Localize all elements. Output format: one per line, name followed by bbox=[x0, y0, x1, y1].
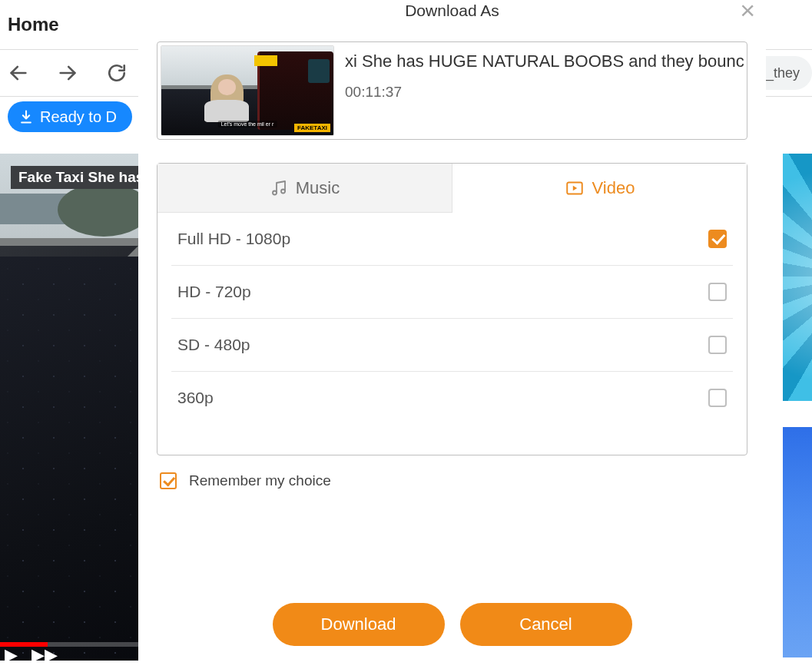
quality-checkbox[interactable] bbox=[708, 389, 727, 407]
quality-row[interactable]: 360p bbox=[171, 372, 733, 424]
quality-row[interactable]: HD - 720p bbox=[171, 266, 733, 319]
music-icon bbox=[270, 179, 288, 197]
quality-row[interactable]: Full HD - 1080p bbox=[171, 213, 733, 266]
download-arrow-icon bbox=[18, 109, 34, 124]
player-controls: ▶ ▶▶ bbox=[5, 645, 58, 665]
url-fragment: l_they bbox=[763, 65, 800, 81]
remember-checkbox[interactable] bbox=[160, 472, 177, 489]
quality-label: HD - 720p bbox=[177, 283, 251, 301]
sidebar-ad-2[interactable] bbox=[783, 427, 812, 657]
svg-marker-5 bbox=[572, 186, 576, 191]
quality-checkbox[interactable] bbox=[708, 336, 727, 354]
svg-point-3 bbox=[281, 189, 285, 193]
modal-actions: Download Cancel bbox=[138, 603, 766, 646]
format-panel: Music Video Full HD - 1080pHD - 720pSD -… bbox=[157, 163, 747, 455]
video-icon bbox=[565, 178, 585, 198]
quality-label: Full HD - 1080p bbox=[177, 230, 290, 248]
play-icon[interactable]: ▶ bbox=[5, 645, 18, 665]
arrow-right-icon bbox=[57, 62, 78, 84]
item-info: Let's move the mil er r FAKETAXI xi She … bbox=[157, 41, 747, 140]
video-title-chip: Fake Taxi She has bbox=[11, 166, 151, 189]
tab-video-label: Video bbox=[592, 178, 635, 198]
remember-label: Remember my choice bbox=[189, 472, 331, 489]
player-art-tree bbox=[58, 183, 150, 237]
item-duration: 00:11:37 bbox=[345, 84, 744, 101]
thumbnail-badge: FAKETAXI bbox=[294, 124, 330, 132]
download-modal: Download As × Let's move the mil er r FA… bbox=[138, 0, 766, 669]
tab-music[interactable]: Music bbox=[157, 164, 452, 213]
remember-choice[interactable]: Remember my choice bbox=[160, 472, 744, 489]
tab-video[interactable]: Video bbox=[452, 164, 747, 213]
tab-music-label: Music bbox=[296, 178, 340, 198]
quality-label: 360p bbox=[177, 389, 214, 407]
reload-button[interactable] bbox=[101, 58, 132, 88]
quality-label: SD - 480p bbox=[177, 336, 250, 354]
quality-list: Full HD - 1080pHD - 720pSD - 480p360p bbox=[157, 213, 747, 455]
forward-button[interactable] bbox=[52, 58, 83, 88]
next-icon[interactable]: ▶▶ bbox=[31, 645, 58, 665]
quality-row[interactable]: SD - 480p bbox=[171, 319, 733, 372]
reload-icon bbox=[107, 63, 127, 83]
quality-checkbox[interactable] bbox=[708, 230, 727, 248]
format-tabs: Music Video bbox=[157, 164, 747, 213]
cancel-button[interactable]: Cancel bbox=[460, 603, 632, 646]
sidebar-ad-1[interactable] bbox=[783, 154, 812, 401]
ready-download-label: Ready to D bbox=[40, 108, 117, 126]
item-title: xi She has HUGE NATURAL BOOBS and they b… bbox=[345, 51, 744, 71]
close-icon[interactable]: × bbox=[740, 0, 755, 23]
ready-download-button[interactable]: Ready to D bbox=[8, 101, 132, 132]
back-button[interactable] bbox=[3, 58, 34, 88]
modal-header: Download As × bbox=[138, 0, 766, 28]
thumbnail-caption: Let's move the mil er r bbox=[218, 121, 277, 128]
modal-title: Download As bbox=[405, 2, 499, 19]
video-thumbnail: Let's move the mil er r FAKETAXI bbox=[161, 45, 334, 136]
home-label[interactable]: Home bbox=[8, 14, 59, 35]
download-button[interactable]: Download bbox=[273, 603, 445, 646]
arrow-left-icon bbox=[8, 62, 29, 84]
quality-checkbox[interactable] bbox=[708, 283, 727, 301]
svg-point-2 bbox=[273, 190, 277, 194]
